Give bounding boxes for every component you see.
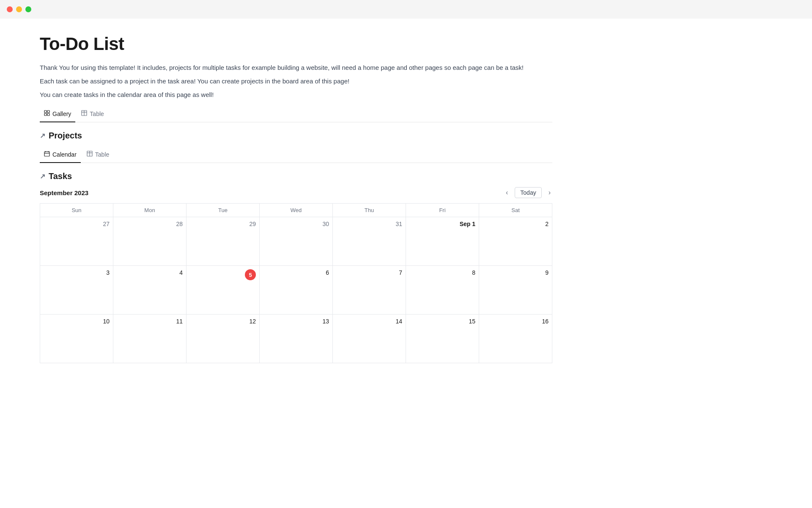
day-cell[interactable]: 5 <box>187 266 260 315</box>
day-number: 27 <box>44 221 110 227</box>
prev-month-button[interactable]: ‹ <box>504 187 510 198</box>
day-number: 2 <box>483 221 549 227</box>
day-cell[interactable]: Sep 1 <box>406 217 479 266</box>
calendar-nav: ‹ Today › <box>504 187 552 198</box>
main-content: To-Do List Thank You for using this temp… <box>0 0 592 380</box>
projects-arrow-icon: ↗ <box>40 132 45 140</box>
day-number: 31 <box>336 221 402 227</box>
svg-rect-1 <box>47 110 49 113</box>
close-button[interactable] <box>7 6 13 12</box>
day-cell[interactable]: 11 <box>113 315 187 363</box>
projects-title: Projects <box>49 131 82 141</box>
minimize-button[interactable] <box>16 6 22 12</box>
day-number: 10 <box>44 318 110 325</box>
projects-section-header: ↗ Projects <box>40 131 552 141</box>
calendar-icon <box>44 151 50 158</box>
day-cell[interactable]: 27 <box>40 217 113 266</box>
day-number: 30 <box>263 221 329 227</box>
day-cell[interactable]: 15 <box>406 315 479 363</box>
day-number: 29 <box>190 221 256 227</box>
day-number: 11 <box>117 318 183 325</box>
tab-gallery-label: Gallery <box>52 110 71 117</box>
day-number: 7 <box>336 269 402 276</box>
tasks-section-header: ↗ Tasks <box>40 171 552 181</box>
day-cell[interactable]: 6 <box>260 266 333 315</box>
gallery-tabs: Gallery Table <box>40 108 552 122</box>
tab-table-label: Table <box>90 110 104 117</box>
day-cell[interactable]: 10 <box>40 315 113 363</box>
day-cell[interactable]: 14 <box>333 315 406 363</box>
description-2: Each task can be assigned to a project i… <box>40 76 552 86</box>
day-number: 4 <box>117 269 183 276</box>
day-number: Sep 1 <box>409 221 475 227</box>
tab-projects-calendar[interactable]: Calendar <box>40 148 81 163</box>
calendar-container: September 2023 ‹ Today › Sun Mon Tue Wed… <box>40 187 552 363</box>
day-cell[interactable]: 12 <box>187 315 260 363</box>
day-number: 28 <box>117 221 183 227</box>
day-number: 8 <box>409 269 475 276</box>
day-cell[interactable]: 16 <box>479 315 552 363</box>
day-header-thu: Thu <box>333 204 406 217</box>
day-cell[interactable]: 29 <box>187 217 260 266</box>
tasks-title: Tasks <box>49 171 72 181</box>
today-number: 5 <box>245 269 256 280</box>
tab-projects-calendar-label: Calendar <box>52 151 77 158</box>
svg-rect-0 <box>44 110 47 113</box>
calendar-week-1: 27 28 29 30 31 Sep 1 <box>40 217 552 266</box>
day-cell[interactable]: 8 <box>406 266 479 315</box>
maximize-button[interactable] <box>25 6 31 12</box>
day-header-tue: Tue <box>187 204 260 217</box>
calendar-grid: Sun Mon Tue Wed Thu Fri Sat 27 28 <box>40 203 552 363</box>
svg-rect-3 <box>47 113 49 116</box>
day-header-fri: Fri <box>406 204 479 217</box>
calendar-week-3: 10 11 12 13 14 15 <box>40 315 552 363</box>
day-number: 9 <box>483 269 549 276</box>
day-number: 6 <box>263 269 329 276</box>
day-number: 14 <box>336 318 402 325</box>
projects-tabs: Calendar Table <box>40 148 552 163</box>
today-button[interactable]: Today <box>515 187 541 198</box>
titlebar <box>0 0 812 19</box>
day-header-sat: Sat <box>479 204 552 217</box>
day-header-mon: Mon <box>113 204 187 217</box>
next-month-button[interactable]: › <box>547 187 552 198</box>
day-cell[interactable]: 3 <box>40 266 113 315</box>
svg-rect-2 <box>44 113 47 116</box>
tasks-arrow-icon: ↗ <box>40 172 45 180</box>
tab-gallery[interactable]: Gallery <box>40 108 75 122</box>
page-title: To-Do List <box>40 34 552 54</box>
tab-table[interactable]: Table <box>77 108 108 122</box>
day-cell[interactable]: 31 <box>333 217 406 266</box>
calendar-header: September 2023 ‹ Today › <box>40 187 552 198</box>
tab-projects-table-label: Table <box>95 151 109 158</box>
day-cell[interactable]: 13 <box>260 315 333 363</box>
calendar-week-2: 3 4 5 6 7 8 <box>40 266 552 315</box>
day-number: 3 <box>44 269 110 276</box>
table-icon <box>81 110 87 117</box>
day-cell[interactable]: 30 <box>260 217 333 266</box>
description-1: Thank You for using this template! It in… <box>40 63 552 73</box>
day-number: 16 <box>483 318 549 325</box>
day-number: 13 <box>263 318 329 325</box>
calendar-month: September 2023 <box>40 189 88 196</box>
day-cell[interactable]: 28 <box>113 217 187 266</box>
day-number: 12 <box>190 318 256 325</box>
day-cell[interactable]: 7 <box>333 266 406 315</box>
day-header-wed: Wed <box>260 204 333 217</box>
day-cell[interactable]: 4 <box>113 266 187 315</box>
day-cell[interactable]: 9 <box>479 266 552 315</box>
day-header-sun: Sun <box>40 204 113 217</box>
projects-table-icon <box>87 151 93 158</box>
svg-rect-7 <box>44 152 49 156</box>
day-number: 15 <box>409 318 475 325</box>
tab-projects-table[interactable]: Table <box>82 148 113 163</box>
description-3: You can create tasks in the calendar are… <box>40 90 552 100</box>
day-cell[interactable]: 2 <box>479 217 552 266</box>
calendar-header-row: Sun Mon Tue Wed Thu Fri Sat <box>40 204 552 217</box>
gallery-icon <box>44 110 50 117</box>
